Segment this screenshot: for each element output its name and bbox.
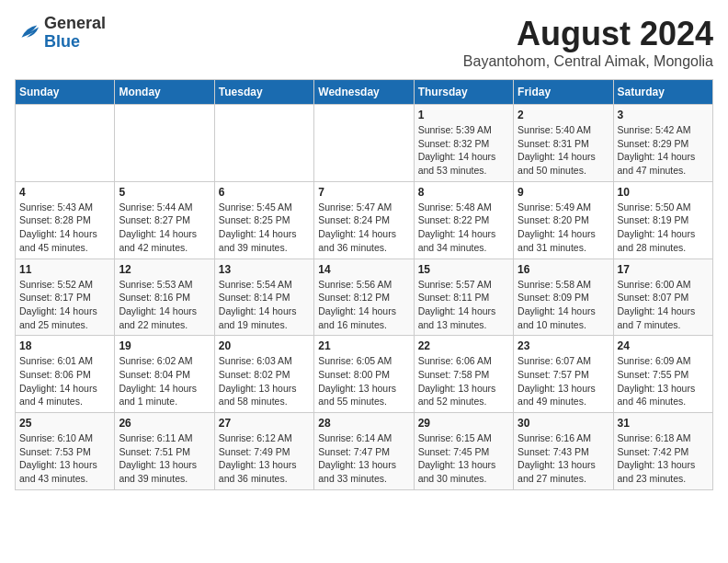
day-header: Monday <box>115 80 214 105</box>
calendar-cell: 8Sunrise: 5:48 AMSunset: 8:22 PMDaylight… <box>414 181 513 259</box>
day-header: Saturday <box>613 80 712 105</box>
calendar-cell: 12Sunrise: 5:53 AMSunset: 8:16 PMDayligh… <box>115 259 214 336</box>
calendar-cell: 1Sunrise: 5:39 AMSunset: 8:32 PMDaylight… <box>414 105 513 182</box>
logo: General Blue <box>15 15 106 52</box>
calendar-cell: 25Sunrise: 6:10 AMSunset: 7:53 PMDayligh… <box>16 413 115 490</box>
calendar-cell: 24Sunrise: 6:09 AMSunset: 7:55 PMDayligh… <box>613 336 712 413</box>
day-info: Sunrise: 6:06 AMSunset: 7:58 PMDaylight:… <box>418 354 509 408</box>
logo-text: General Blue <box>44 15 106 52</box>
calendar-cell: 21Sunrise: 6:05 AMSunset: 8:00 PMDayligh… <box>314 336 414 413</box>
day-info: Sunrise: 5:42 AMSunset: 8:29 PMDaylight:… <box>618 123 709 178</box>
calendar-cell <box>115 105 214 182</box>
calendar-cell: 20Sunrise: 6:03 AMSunset: 8:02 PMDayligh… <box>214 336 313 413</box>
calendar-cell: 9Sunrise: 5:49 AMSunset: 8:20 PMDaylight… <box>514 181 613 259</box>
calendar-cell: 4Sunrise: 5:43 AMSunset: 8:28 PMDaylight… <box>16 181 115 259</box>
day-header: Sunday <box>16 80 115 105</box>
calendar-cell: 26Sunrise: 6:11 AMSunset: 7:51 PMDayligh… <box>115 413 214 490</box>
day-number: 27 <box>219 417 310 430</box>
calendar-cell: 14Sunrise: 5:56 AMSunset: 8:12 PMDayligh… <box>314 259 414 336</box>
day-info: Sunrise: 6:15 AMSunset: 7:45 PMDaylight:… <box>418 431 509 486</box>
day-info: Sunrise: 6:18 AMSunset: 7:42 PMDaylight:… <box>618 431 709 486</box>
page-title: August 2024 <box>463 15 713 53</box>
day-info: Sunrise: 5:50 AMSunset: 8:19 PMDaylight:… <box>618 201 709 255</box>
calendar-cell: 3Sunrise: 5:42 AMSunset: 8:29 PMDaylight… <box>613 105 712 182</box>
day-info: Sunrise: 5:52 AMSunset: 8:17 PMDaylight:… <box>19 278 110 332</box>
page-header: General Blue August 2024 Bayantohom, Cen… <box>15 15 713 70</box>
day-number: 30 <box>518 417 609 430</box>
day-info: Sunrise: 5:48 AMSunset: 8:22 PMDaylight:… <box>418 201 509 255</box>
day-number: 9 <box>518 186 609 199</box>
day-info: Sunrise: 6:07 AMSunset: 7:57 PMDaylight:… <box>518 354 609 408</box>
day-number: 12 <box>119 263 210 276</box>
day-info: Sunrise: 5:58 AMSunset: 8:09 PMDaylight:… <box>518 278 609 332</box>
calendar-cell: 15Sunrise: 5:57 AMSunset: 8:11 PMDayligh… <box>414 259 513 336</box>
calendar-cell: 30Sunrise: 6:16 AMSunset: 7:43 PMDayligh… <box>514 413 613 490</box>
day-number: 16 <box>518 263 609 276</box>
day-info: Sunrise: 6:16 AMSunset: 7:43 PMDaylight:… <box>518 431 609 486</box>
day-number: 14 <box>318 263 409 276</box>
logo-bird-icon <box>15 20 40 46</box>
calendar-cell: 31Sunrise: 6:18 AMSunset: 7:42 PMDayligh… <box>613 413 712 490</box>
day-number: 23 <box>518 339 609 352</box>
day-number: 18 <box>19 339 110 352</box>
day-info: Sunrise: 6:12 AMSunset: 7:49 PMDaylight:… <box>219 431 310 486</box>
calendar-cell: 17Sunrise: 6:00 AMSunset: 8:07 PMDayligh… <box>613 259 712 336</box>
day-number: 4 <box>19 186 110 199</box>
day-info: Sunrise: 6:10 AMSunset: 7:53 PMDaylight:… <box>19 431 110 486</box>
day-info: Sunrise: 5:57 AMSunset: 8:11 PMDaylight:… <box>418 278 509 332</box>
calendar-cell <box>314 105 414 182</box>
day-header: Friday <box>514 80 613 105</box>
day-number: 17 <box>618 263 709 276</box>
day-number: 20 <box>219 339 310 352</box>
day-number: 15 <box>418 263 509 276</box>
day-number: 31 <box>618 417 709 430</box>
calendar-cell: 19Sunrise: 6:02 AMSunset: 8:04 PMDayligh… <box>115 336 214 413</box>
day-info: Sunrise: 6:02 AMSunset: 8:04 PMDaylight:… <box>119 354 210 408</box>
day-info: Sunrise: 5:43 AMSunset: 8:28 PMDaylight:… <box>19 201 110 255</box>
day-number: 10 <box>618 186 709 199</box>
day-info: Sunrise: 5:39 AMSunset: 8:32 PMDaylight:… <box>418 123 509 178</box>
day-info: Sunrise: 6:00 AMSunset: 8:07 PMDaylight:… <box>618 278 709 332</box>
calendar-cell: 27Sunrise: 6:12 AMSunset: 7:49 PMDayligh… <box>214 413 313 490</box>
day-info: Sunrise: 5:45 AMSunset: 8:25 PMDaylight:… <box>219 201 310 255</box>
title-block: August 2024 Bayantohom, Central Aimak, M… <box>463 15 713 70</box>
day-header: Thursday <box>414 80 513 105</box>
calendar-cell: 2Sunrise: 5:40 AMSunset: 8:31 PMDaylight… <box>514 105 613 182</box>
day-number: 26 <box>119 417 210 430</box>
day-info: Sunrise: 5:49 AMSunset: 8:20 PMDaylight:… <box>518 201 609 255</box>
calendar-cell: 16Sunrise: 5:58 AMSunset: 8:09 PMDayligh… <box>514 259 613 336</box>
calendar-cell: 10Sunrise: 5:50 AMSunset: 8:19 PMDayligh… <box>613 181 712 259</box>
day-header: Tuesday <box>214 80 313 105</box>
day-number: 25 <box>19 417 110 430</box>
calendar-cell: 5Sunrise: 5:44 AMSunset: 8:27 PMDaylight… <box>115 181 214 259</box>
calendar-cell: 11Sunrise: 5:52 AMSunset: 8:17 PMDayligh… <box>16 259 115 336</box>
day-info: Sunrise: 5:56 AMSunset: 8:12 PMDaylight:… <box>318 278 409 332</box>
day-number: 21 <box>318 339 409 352</box>
day-number: 11 <box>19 263 110 276</box>
day-number: 13 <box>219 263 310 276</box>
day-number: 28 <box>318 417 409 430</box>
day-number: 8 <box>418 186 509 199</box>
calendar-cell: 29Sunrise: 6:15 AMSunset: 7:45 PMDayligh… <box>414 413 513 490</box>
calendar-cell: 22Sunrise: 6:06 AMSunset: 7:58 PMDayligh… <box>414 336 513 413</box>
day-number: 3 <box>618 109 709 121</box>
calendar-cell: 28Sunrise: 6:14 AMSunset: 7:47 PMDayligh… <box>314 413 414 490</box>
day-info: Sunrise: 5:53 AMSunset: 8:16 PMDaylight:… <box>119 278 210 332</box>
day-info: Sunrise: 5:47 AMSunset: 8:24 PMDaylight:… <box>318 201 409 255</box>
day-info: Sunrise: 5:54 AMSunset: 8:14 PMDaylight:… <box>219 278 310 332</box>
day-header: Wednesday <box>314 80 414 105</box>
day-number: 19 <box>119 339 210 352</box>
day-number: 2 <box>518 109 609 121</box>
page-subtitle: Bayantohom, Central Aimak, Mongolia <box>463 53 713 70</box>
day-number: 24 <box>618 339 709 352</box>
day-info: Sunrise: 6:01 AMSunset: 8:06 PMDaylight:… <box>19 354 110 408</box>
day-number: 1 <box>418 109 509 121</box>
day-info: Sunrise: 6:03 AMSunset: 8:02 PMDaylight:… <box>219 354 310 408</box>
calendar-cell: 23Sunrise: 6:07 AMSunset: 7:57 PMDayligh… <box>514 336 613 413</box>
day-info: Sunrise: 6:11 AMSunset: 7:51 PMDaylight:… <box>119 431 210 486</box>
day-number: 6 <box>219 186 310 199</box>
calendar-cell <box>16 105 115 182</box>
day-number: 22 <box>418 339 509 352</box>
day-number: 7 <box>318 186 409 199</box>
calendar-cell: 13Sunrise: 5:54 AMSunset: 8:14 PMDayligh… <box>214 259 313 336</box>
